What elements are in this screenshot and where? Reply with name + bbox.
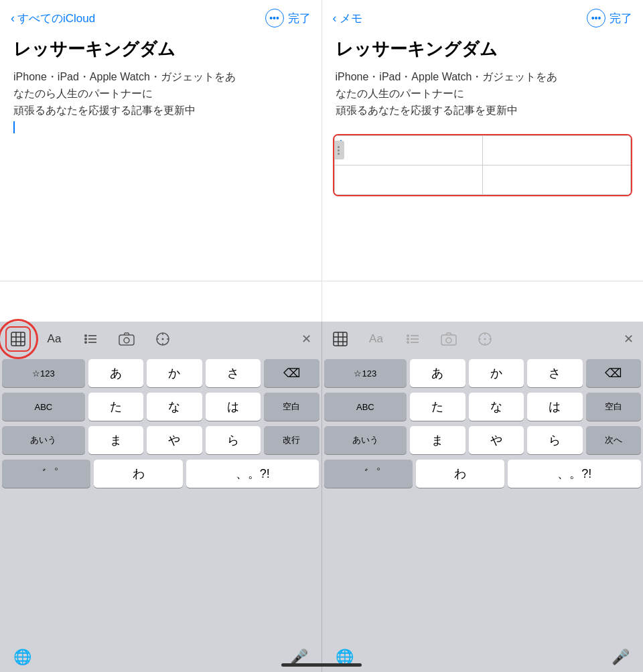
left-key-na[interactable]: な [147,393,202,421]
right-key-space[interactable]: 空白 [586,393,641,421]
right-table-button[interactable] [328,326,353,352]
right-key-abc[interactable]: ABC [324,393,407,421]
right-done-button[interactable]: 完了 [610,11,632,26]
right-key-ya[interactable]: や [469,426,524,454]
right-key-punct[interactable]: 、。?! [508,460,641,488]
right-kb-row-3: あいう ま や ら 次へ [324,426,642,454]
right-key-ha[interactable]: は [527,393,582,421]
left-key-enter[interactable]: 改行 [264,426,319,454]
right-key-next[interactable]: 次へ [586,426,641,454]
left-key-ka[interactable]: か [147,359,202,387]
right-camera-button[interactable] [436,326,461,352]
right-nav-bar: ‹ メモ ••• 完了 [322,0,644,33]
left-key-aiou[interactable]: あいう [2,426,85,454]
right-back-button[interactable]: ‹ メモ [333,11,362,26]
left-camera-button[interactable] [114,326,139,352]
handle-dot-2 [338,149,340,151]
right-key-ta[interactable]: た [410,393,465,421]
left-key-num[interactable]: ☆123 [2,359,85,387]
left-globe-button[interactable]: 🌐 [13,649,31,666]
left-key-delete[interactable]: ⌫ [264,359,319,387]
home-indicator [281,663,362,667]
table-cell-3[interactable] [334,165,482,194]
right-kb-row-1: ☆123 あ か さ ⌫ [324,359,642,387]
left-nav-actions: ••• 完了 [265,9,311,27]
right-markup-icon [478,332,492,346]
checklist-icon [83,332,98,346]
bottom-bar: 🌐 🎤 🌐 🎤 [0,643,643,672]
svg-point-31 [446,338,451,343]
right-key-num[interactable]: ☆123 [324,359,407,387]
right-more-button[interactable]: ••• [587,9,605,27]
left-markup-button[interactable] [150,326,175,352]
left-key-ta[interactable]: た [88,393,143,421]
svg-point-33 [484,338,486,340]
right-key-wa[interactable]: わ [416,460,504,488]
left-key-abc[interactable]: ABC [2,393,85,421]
left-key-ma[interactable]: ま [88,426,143,454]
svg-point-6 [84,338,87,340]
table-row-handle[interactable] [334,141,344,159]
right-panel: ‹ メモ ••• 完了 レッサーキングダム iPhone・iPad・Apple … [322,0,644,281]
svg-point-12 [124,338,129,343]
left-keyboard-dismiss-button[interactable]: ✕ [297,330,316,348]
left-key-space[interactable]: 空白 [264,393,319,421]
table-cell-1[interactable] [334,135,482,165]
split-view: ‹ すべてのiCloud ••• 完了 レッサーキングダム iPhone・iPa… [0,0,643,281]
handle-dot-3 [338,153,340,155]
svg-point-24 [407,334,409,337]
spacer [0,281,643,322]
left-done-button[interactable]: 完了 [288,11,311,26]
right-text-style-button[interactable]: Aa [364,326,389,352]
right-key-ka[interactable]: か [469,359,524,387]
right-key-ma[interactable]: ま [410,426,465,454]
right-nav-actions: ••• 完了 [587,9,632,27]
svg-rect-19 [334,332,347,346]
left-checklist-button[interactable] [78,326,103,352]
right-key-delete[interactable]: ⌫ [586,359,641,387]
right-toolbar: Aa [322,322,644,356]
right-bottom-half: 🌐 🎤 [322,643,644,672]
right-key-a[interactable]: あ [410,359,465,387]
svg-point-25 [407,338,409,340]
left-keyboard: ☆123 あ か さ ⌫ ABC た な は 空白 あいう ま や ら 改行 ゛… [0,356,322,643]
svg-point-14 [162,338,164,340]
right-key-sa[interactable]: さ [527,359,582,387]
left-note-content: レッサーキングダム iPhone・iPad・Apple Watch・ガジェットを… [0,33,322,146]
table-cell-4[interactable] [482,165,630,194]
left-key-dakuten[interactable]: ゛゜ [2,460,90,488]
right-table-icon-svg [332,331,348,347]
table-container[interactable] [333,134,633,196]
left-back-label: すべてのiCloud [17,11,95,26]
left-key-ya[interactable]: や [147,426,202,454]
left-note-body[interactable]: iPhone・iPad・Apple Watch・ガジェットをあ なたのら人生のパ… [13,69,308,135]
right-markup-button[interactable] [472,326,498,352]
right-key-dakuten[interactable]: ゛゜ [324,460,413,488]
left-key-a[interactable]: あ [88,359,143,387]
table-cell-2[interactable] [482,135,630,165]
left-text-style-button[interactable]: Aa [42,326,67,352]
svg-point-7 [84,341,87,344]
left-key-punct[interactable]: 、。?! [186,460,319,488]
left-note-title: レッサーキングダム [13,39,308,60]
inserted-table[interactable] [334,135,632,195]
right-mic-button[interactable]: 🎤 [612,649,630,666]
left-key-ha[interactable]: は [206,393,261,421]
left-more-button[interactable]: ••• [265,9,284,27]
table-icon-svg [10,331,26,347]
right-keyboard: ☆123 あ か さ ⌫ ABC た な は 空白 あいう ま や ら 次へ ゛… [322,356,644,643]
right-key-na[interactable]: な [469,393,524,421]
left-table-button[interactable] [5,326,31,352]
left-key-wa[interactable]: わ [94,460,182,488]
right-key-aiou[interactable]: あいう [324,426,407,454]
left-back-button[interactable]: ‹ すべてのiCloud [11,11,95,26]
left-key-ra[interactable]: ら [206,426,261,454]
left-key-sa[interactable]: さ [206,359,261,387]
table-row [334,135,631,165]
right-note-body[interactable]: iPhone・iPad・Apple Watch・ガジェットをあ なたの人生のパー… [336,69,630,119]
right-checklist-icon [405,332,420,346]
right-checklist-button[interactable] [400,326,425,352]
right-key-ra[interactable]: ら [527,426,582,454]
table-row [334,165,631,194]
right-keyboard-dismiss-button[interactable]: ✕ [619,330,638,348]
